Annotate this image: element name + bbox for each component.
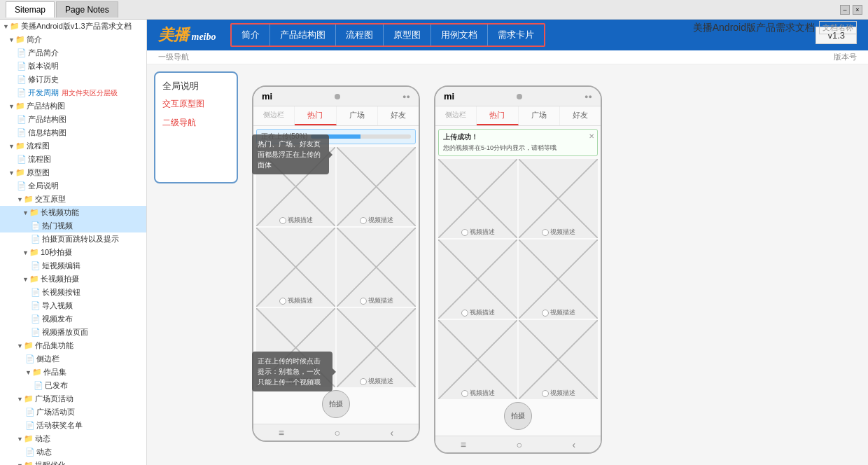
phone1-tab-friends[interactable]: 好友 [378,106,419,125]
sidebar-item-daoru-shipin[interactable]: 📄 导入视频 [0,299,146,312]
file-icon: 📄 [17,115,27,124]
sidebar-item-xxjgt[interactable]: 📄 信息结构图 [0,126,146,139]
nav-link-xuqiu[interactable]: 需求卡片 [488,25,544,46]
sidebar-item-shipin-bofang[interactable]: 📄 视频播放页面 [0,326,146,339]
phone1-tab-hot[interactable]: 热门 [295,106,336,125]
success-desc: 您的视频将在5-10分钟内显示，请稍等哦 [443,144,593,153]
folder-icon: 📁 [29,208,39,217]
sidebar-label: 流程图 [28,154,51,165]
outline-panel: 全局说明 交互原型图 二级导航 [147,64,245,465]
doc-title-label: 文档名称 [819,21,857,34]
sidebar-item-banbenmingxi[interactable]: 📄 版本说明 [0,60,146,73]
nav-link-yongli[interactable]: 用例文档 [431,25,488,46]
tab-sitemap[interactable]: Sitemap [6,1,55,18]
nav-link-liucheng[interactable]: 流程图 [336,25,384,46]
folder-icon: 📁 [15,168,25,177]
phone1-tabs: 侧边栏 热门 广场 好友 [253,106,419,126]
nav-links: 简介 产品结构图 流程图 原型图 用例文档 需求卡片 [230,23,545,47]
video-label: 视频描述 [461,387,495,399]
sidebar-item-xiudingLishi[interactable]: 📄 修订历史 [0,73,146,86]
sidebar-item-jianJie-folder[interactable]: ▼ 📁 简介 [0,33,146,46]
sidebar-label: 导入视频 [42,300,73,311]
sidebar-item-cpjgt[interactable]: 📄 产品结构图 [0,113,146,126]
folder-icon: 📁 [32,368,42,377]
nav-link-jianjie[interactable]: 简介 [232,25,270,46]
capture-button[interactable]: 拍摄 [322,390,350,418]
phones-area: 热门、广场、好友页面都悬浮正在上传的面体 正在上传的时候点击提示：别着急，一次只… [245,64,868,465]
success-title: 上传成功！ [443,132,593,142]
sidebar-item-dongtai-folder[interactable]: ▼ 📁 动态 [0,432,146,445]
sidebar-item-chanpinjianJie[interactable]: 📄 产品简介 [0,46,146,60]
video-label: 视频描述 [279,295,313,307]
sidebar-item-liuchengtu[interactable]: 📄 流程图 [0,153,146,166]
root-folder-icon: 📁 [10,22,20,31]
sidebar-item-tixing-folder[interactable]: ▼ 📁 提醒优化 [0,459,146,465]
outline-secondary: 二级导航 [162,117,230,129]
expand-icon: ▼ [22,249,29,256]
phone1-tab-sidebar[interactable]: 侧边栏 [253,106,295,125]
sidebar-item-zuopinji-sub[interactable]: ▼ 📁 作品集 [0,366,146,379]
file-icon: 📄 [17,75,27,84]
phone1-tab-square[interactable]: 广场 [337,106,378,125]
sidebar-item-changshipin-paishe[interactable]: ▼ 📁 长视频拍摄 [0,272,146,286]
video-label: 视频描述 [360,375,393,387]
annotation-label: 用文件夹区分层级 [62,88,118,98]
sidebar-item-jiaohuyuanxing-folder[interactable]: ▼ 📁 交互原型 [0,193,146,206]
sidebar-item-yuanxing-folder[interactable]: ▼ 📁 原型图 [0,166,146,179]
sidebar-item-huodong-jiangshou[interactable]: 📄 活动获奖名单 [0,419,146,432]
file-icon: 📄 [34,381,43,390]
video-cell: 视频描述 [438,240,517,319]
sidebar-label: 提醒优化 [35,460,66,465]
sidebar-item-cebianzhulan[interactable]: 📄 侧边栏 [0,352,146,366]
sidebar-label: 流程图 [27,141,50,151]
sidebar-label: 动态 [35,433,50,444]
sidebar-item-10sec-folder[interactable]: ▼ 📁 10秒拍摄 [0,246,146,259]
sidebar-item-paishtiao[interactable]: 📄 拍摄页面跳转以及提示 [0,233,146,246]
file-icon: 📄 [17,155,27,164]
sidebar-item-quanjushuoming[interactable]: 📄 全局说明 [0,179,146,193]
video-label: 视频描述 [461,226,495,238]
sidebar-item-hotvideos[interactable]: 📄 热门视频 [0,219,146,233]
sidebar-item-shipin-fabu[interactable]: 📄 视频发布 [0,312,146,326]
folder-icon: 📁 [24,341,34,350]
sidebar-jianJie-label: 简介 [27,34,42,45]
phone2-tab-hot[interactable]: 热门 [477,106,518,125]
sidebar-item-liucheng-folder[interactable]: ▼ 📁 流程图 [0,139,146,153]
sidebar-item-changshipin-folder[interactable]: ▼ 📁 长视频功能 [0,206,146,219]
sidebar-item-chanpinjiegou-folder[interactable]: ▼ 📁 产品结构图 [0,99,146,113]
sidebar-label: 视频播放页面 [42,327,88,338]
video-cell: 视频描述 [256,228,335,307]
sidebar-label: 交互原型 [35,194,66,204]
outline-link1[interactable]: 交互原型图 [162,98,230,110]
sidebar-label: 版本说明 [28,61,59,71]
sidebar-item-yifabu[interactable]: 📄 已发布 [0,379,146,392]
minimize-button[interactable]: – [840,5,850,15]
nav-link-yuanxing[interactable]: 原型图 [384,25,431,46]
sidebar-item-shipinbianji[interactable]: 📄 短视频编辑 [0,259,146,272]
sidebar-item-guangchang-folder[interactable]: ▼ 📁 广场页活动 [0,392,146,405]
tab-page-notes[interactable]: Page Notes [56,1,118,18]
capture-button-2[interactable]: 拍摄 [504,402,532,430]
video-label: 视频描述 [542,387,575,399]
sidebar-item-dongtai[interactable]: 📄 动态 [0,445,146,459]
phone2-tab-friends[interactable]: 好友 [560,106,601,125]
phone2-tab-square[interactable]: 广场 [519,106,560,125]
video-cell: 视频描述 [519,320,598,399]
sidebar-item-kaifaZhouqi[interactable]: 📄 开发周期 用文件夹区分层级 [0,86,146,99]
sidebar-item-changshipin-anniu[interactable]: 📄 长视频按钮 [0,286,146,299]
folder-icon: 📁 [15,35,25,44]
expand-icon: ▼ [22,276,29,283]
sidebar-root-label: 美播Android版v1.3产品需求文档 [21,21,132,32]
phone2-tabs: 侧边栏 热门 广场 好友 [435,106,601,126]
sidebar-item-zuopinji-folder[interactable]: ▼ 📁 作品集功能 [0,339,146,352]
sidebar-label: 短视频编辑 [42,261,80,271]
phone2-tab-sidebar[interactable]: 侧边栏 [435,106,477,125]
sidebar-label: 已发布 [45,380,68,391]
sidebar-item-guangchang-huodong[interactable]: 📄 广场活动页 [0,405,146,419]
close-button[interactable]: × [853,5,862,15]
nav-link-chanpinjiegou[interactable]: 产品结构图 [270,25,336,46]
success-close-button[interactable]: ✕ [589,132,594,140]
sidebar-root[interactable]: ▼ 📁 美播Android版v1.3产品需求文档 [0,20,146,33]
file-icon: 📄 [31,221,41,230]
video-cell: 视频描述 [438,159,517,238]
